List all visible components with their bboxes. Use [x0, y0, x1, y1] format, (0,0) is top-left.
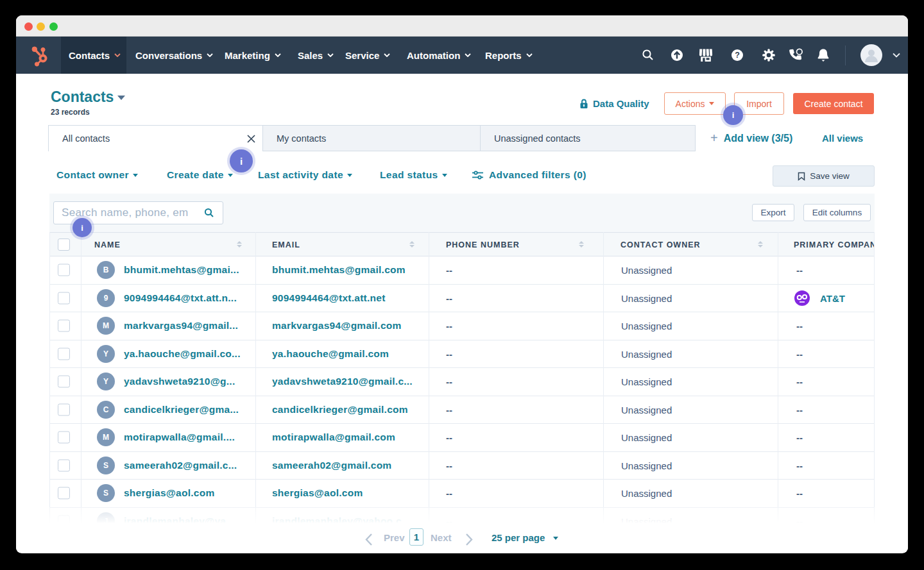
svg-text:?: ?: [735, 51, 740, 60]
